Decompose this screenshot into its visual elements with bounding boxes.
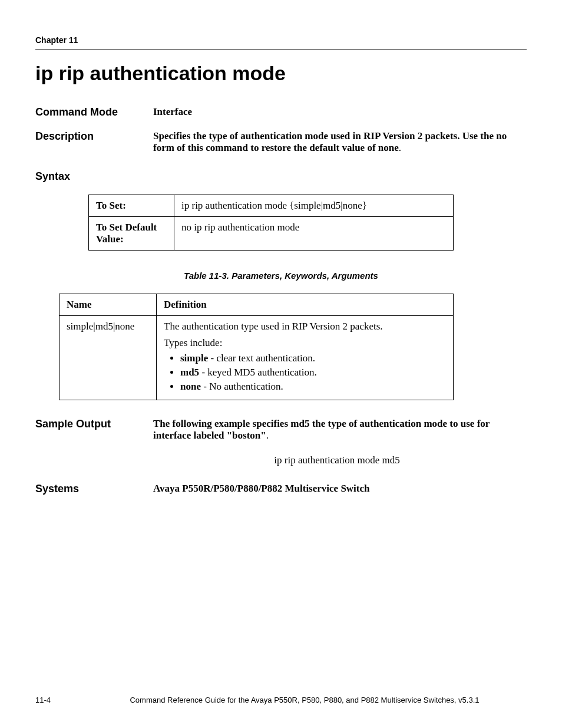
table-row: simple|md5|none The authentication type … bbox=[59, 316, 454, 400]
param-type-list: simple - clear text authentication. md5 … bbox=[164, 353, 446, 393]
description-value: Specifies the type of authentication mod… bbox=[153, 130, 527, 154]
param-term: md5 bbox=[180, 367, 199, 378]
param-table: Name Definition simple|md5|none The auth… bbox=[59, 294, 454, 400]
description-text-bold: Specifies the type of authentication mod… bbox=[153, 130, 507, 153]
param-rest: - No authentication. bbox=[201, 381, 283, 392]
footer-text: Command Reference Guide for the Avaya P5… bbox=[82, 696, 527, 704]
list-item: simple - clear text authentication. bbox=[180, 353, 446, 364]
sample-output-row: Sample Output The following example spec… bbox=[35, 418, 527, 442]
param-header-definition: Definition bbox=[157, 294, 454, 316]
sample-output-text-tail: . bbox=[266, 430, 269, 441]
syntax-value: no ip rip authentication mode bbox=[174, 217, 454, 251]
command-mode-value: Interface bbox=[153, 106, 527, 118]
page-title: ip rip authentication mode bbox=[35, 62, 527, 85]
param-def-line2: Types include: bbox=[164, 337, 446, 349]
sample-output-code: ip rip authentication mode md5 bbox=[147, 454, 527, 466]
syntax-heading: Syntax bbox=[35, 170, 527, 183]
syntax-table: To Set: ip rip authentication mode {simp… bbox=[88, 195, 454, 251]
systems-label: Systems bbox=[35, 483, 153, 495]
table-header-row: Name Definition bbox=[59, 294, 454, 316]
description-row: Description Specifies the type of authen… bbox=[35, 130, 527, 154]
param-name-cell: simple|md5|none bbox=[59, 316, 157, 400]
header-rule bbox=[35, 50, 527, 50]
command-mode-row: Command Mode Interface bbox=[35, 106, 527, 118]
systems-value: Avaya P550R/P580/P880/P882 Multiservice … bbox=[153, 483, 527, 495]
syntax-key: To Set: bbox=[89, 195, 174, 217]
param-def-line1: The authentication type used in RIP Vers… bbox=[164, 321, 446, 332]
syntax-value: ip rip authentication mode {simple|md5|n… bbox=[174, 195, 454, 217]
sample-output-value: The following example specifies md5 the … bbox=[153, 418, 527, 442]
param-rest: - clear text authentication. bbox=[208, 353, 315, 364]
param-header-name: Name bbox=[59, 294, 157, 316]
param-term: simple bbox=[180, 353, 208, 364]
chapter-header: Chapter 11 bbox=[35, 35, 527, 45]
syntax-key: To Set Default Value: bbox=[89, 217, 174, 251]
systems-row: Systems Avaya P550R/P580/P880/P882 Multi… bbox=[35, 483, 527, 495]
description-text-tail: . bbox=[399, 142, 401, 153]
command-mode-label: Command Mode bbox=[35, 106, 153, 118]
param-term: none bbox=[180, 381, 201, 392]
list-item: md5 - keyed MD5 authentication. bbox=[180, 367, 446, 378]
page-footer: 11-4 Command Reference Guide for the Ava… bbox=[35, 696, 527, 704]
sample-output-text-bold: The following example specifies md5 the … bbox=[153, 418, 490, 441]
table-row: To Set Default Value: no ip rip authenti… bbox=[89, 217, 454, 251]
description-label: Description bbox=[35, 130, 153, 143]
table-row: To Set: ip rip authentication mode {simp… bbox=[89, 195, 454, 217]
list-item: none - No authentication. bbox=[180, 381, 446, 393]
footer-page-number: 11-4 bbox=[35, 696, 82, 704]
param-rest: - keyed MD5 authentication. bbox=[199, 367, 317, 378]
param-table-caption: Table 11-3. Parameters, Keywords, Argume… bbox=[35, 271, 527, 281]
sample-output-label: Sample Output bbox=[35, 418, 153, 430]
param-definition-cell: The authentication type used in RIP Vers… bbox=[157, 316, 454, 400]
